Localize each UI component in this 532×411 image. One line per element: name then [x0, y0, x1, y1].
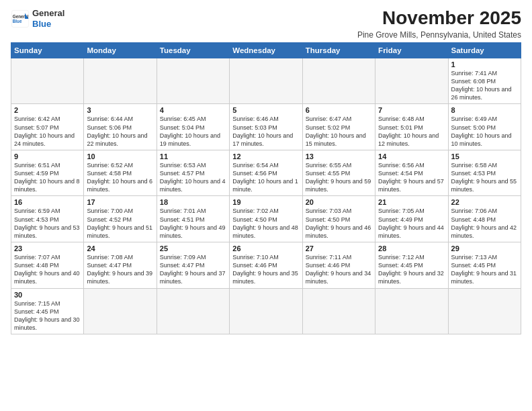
- calendar-cell: 28Sunrise: 7:12 AM Sunset: 4:45 PM Dayli…: [375, 242, 448, 289]
- calendar-cell: [302, 58, 375, 104]
- calendar-cell: 26Sunrise: 7:10 AM Sunset: 4:46 PM Dayli…: [230, 242, 302, 289]
- calendar-cell: 23Sunrise: 7:07 AM Sunset: 4:48 PM Dayli…: [11, 242, 84, 289]
- day-info: Sunrise: 6:54 AM Sunset: 4:56 PM Dayligh…: [232, 161, 299, 194]
- calendar-cell: 17Sunrise: 7:00 AM Sunset: 4:52 PM Dayli…: [84, 196, 157, 242]
- calendar-week-row: 1Sunrise: 7:41 AM Sunset: 6:08 PM Daylig…: [11, 58, 521, 104]
- day-info: Sunrise: 7:08 AM Sunset: 4:47 PM Dayligh…: [87, 253, 153, 286]
- svg-text:Blue: Blue: [13, 18, 22, 23]
- day-number: 22: [451, 198, 518, 206]
- calendar-cell: 12Sunrise: 6:54 AM Sunset: 4:56 PM Dayli…: [230, 150, 302, 196]
- header-wednesday: Wednesday: [230, 42, 302, 58]
- day-number: 27: [306, 244, 372, 253]
- header-friday: Friday: [375, 42, 448, 58]
- title-section: November 2025 Pine Grove Mills, Pennsylv…: [357, 8, 521, 40]
- day-number: 4: [160, 106, 226, 114]
- day-number: 3: [87, 106, 153, 114]
- calendar-cell: [84, 58, 157, 104]
- calendar-cell: 11Sunrise: 6:53 AM Sunset: 4:57 PM Dayli…: [157, 150, 229, 196]
- calendar-cell: 2Sunrise: 6:42 AM Sunset: 5:07 PM Daylig…: [11, 104, 84, 150]
- day-info: Sunrise: 6:42 AM Sunset: 5:07 PM Dayligh…: [14, 115, 81, 148]
- day-info: Sunrise: 6:46 AM Sunset: 5:03 PM Dayligh…: [232, 115, 299, 148]
- day-info: Sunrise: 7:02 AM Sunset: 4:50 PM Dayligh…: [232, 207, 299, 240]
- calendar-cell: 8Sunrise: 6:49 AM Sunset: 5:00 PM Daylig…: [448, 104, 521, 150]
- calendar-cell: 14Sunrise: 6:56 AM Sunset: 4:54 PM Dayli…: [375, 150, 448, 196]
- day-number: 5: [232, 106, 299, 114]
- calendar-cell: [11, 58, 84, 104]
- calendar-week-row: 16Sunrise: 6:59 AM Sunset: 4:53 PM Dayli…: [11, 196, 521, 242]
- day-info: Sunrise: 6:52 AM Sunset: 4:58 PM Dayligh…: [87, 161, 153, 194]
- day-info: Sunrise: 7:11 AM Sunset: 4:46 PM Dayligh…: [306, 253, 372, 286]
- day-info: Sunrise: 6:49 AM Sunset: 5:00 PM Dayligh…: [451, 115, 518, 148]
- header-tuesday: Tuesday: [157, 42, 229, 58]
- header-thursday: Thursday: [302, 42, 375, 58]
- day-info: Sunrise: 7:09 AM Sunset: 4:47 PM Dayligh…: [160, 253, 226, 286]
- day-info: Sunrise: 7:13 AM Sunset: 4:45 PM Dayligh…: [451, 253, 518, 286]
- day-number: 2: [14, 106, 81, 114]
- calendar-cell: 4Sunrise: 6:45 AM Sunset: 5:04 PM Daylig…: [157, 104, 229, 150]
- day-info: Sunrise: 7:05 AM Sunset: 4:49 PM Dayligh…: [378, 207, 445, 240]
- day-info: Sunrise: 7:01 AM Sunset: 4:51 PM Dayligh…: [160, 207, 226, 240]
- day-number: 18: [160, 198, 226, 206]
- day-number: 21: [378, 198, 445, 206]
- calendar-cell: 3Sunrise: 6:44 AM Sunset: 5:06 PM Daylig…: [84, 104, 157, 150]
- day-info: Sunrise: 6:55 AM Sunset: 4:55 PM Dayligh…: [306, 161, 372, 194]
- day-info: Sunrise: 6:51 AM Sunset: 4:59 PM Dayligh…: [14, 161, 81, 194]
- calendar-cell: 19Sunrise: 7:02 AM Sunset: 4:50 PM Dayli…: [230, 196, 302, 242]
- day-info: Sunrise: 7:10 AM Sunset: 4:46 PM Dayligh…: [232, 253, 299, 286]
- calendar-cell: 24Sunrise: 7:08 AM Sunset: 4:47 PM Dayli…: [84, 242, 157, 289]
- calendar-cell: 18Sunrise: 7:01 AM Sunset: 4:51 PM Dayli…: [157, 196, 229, 242]
- day-number: 17: [87, 198, 153, 206]
- calendar-cell: 6Sunrise: 6:47 AM Sunset: 5:02 PM Daylig…: [302, 104, 375, 150]
- calendar-cell: 15Sunrise: 6:58 AM Sunset: 4:53 PM Dayli…: [448, 150, 521, 196]
- calendar-cell: 1Sunrise: 7:41 AM Sunset: 6:08 PM Daylig…: [448, 58, 521, 104]
- calendar-cell: 27Sunrise: 7:11 AM Sunset: 4:46 PM Dayli…: [302, 242, 375, 289]
- day-info: Sunrise: 7:07 AM Sunset: 4:48 PM Dayligh…: [14, 253, 81, 286]
- day-info: Sunrise: 7:00 AM Sunset: 4:52 PM Dayligh…: [87, 207, 153, 240]
- day-info: Sunrise: 6:58 AM Sunset: 4:53 PM Dayligh…: [451, 161, 518, 194]
- header-monday: Monday: [84, 42, 157, 58]
- day-number: 16: [14, 198, 81, 206]
- header-sunday: Sunday: [11, 42, 84, 58]
- calendar-cell: [157, 58, 229, 104]
- day-info: Sunrise: 7:41 AM Sunset: 6:08 PM Dayligh…: [451, 69, 518, 102]
- calendar-cell: 7Sunrise: 6:48 AM Sunset: 5:01 PM Daylig…: [375, 104, 448, 150]
- day-number: 29: [451, 244, 518, 253]
- day-number: 19: [232, 198, 299, 206]
- calendar-cell: 29Sunrise: 7:13 AM Sunset: 4:45 PM Dayli…: [448, 242, 521, 289]
- calendar-cell: 30Sunrise: 7:15 AM Sunset: 4:45 PM Dayli…: [11, 288, 84, 334]
- calendar-cell: 16Sunrise: 6:59 AM Sunset: 4:53 PM Dayli…: [11, 196, 84, 242]
- day-info: Sunrise: 6:45 AM Sunset: 5:04 PM Dayligh…: [160, 115, 226, 148]
- day-info: Sunrise: 6:44 AM Sunset: 5:06 PM Dayligh…: [87, 115, 153, 148]
- calendar-cell: [375, 58, 448, 104]
- calendar-cell: [157, 288, 229, 334]
- day-info: Sunrise: 7:06 AM Sunset: 4:48 PM Dayligh…: [451, 207, 518, 240]
- header: General Blue GeneralBlue November 2025 P…: [11, 8, 521, 40]
- calendar-week-row: 30Sunrise: 7:15 AM Sunset: 4:45 PM Dayli…: [11, 288, 521, 334]
- day-number: 12: [232, 152, 299, 161]
- calendar-week-row: 2Sunrise: 6:42 AM Sunset: 5:07 PM Daylig…: [11, 104, 521, 150]
- day-number: 20: [306, 198, 372, 206]
- day-number: 11: [160, 152, 226, 161]
- calendar-table: Sunday Monday Tuesday Wednesday Thursday…: [11, 42, 521, 334]
- calendar-cell: 20Sunrise: 7:03 AM Sunset: 4:50 PM Dayli…: [302, 196, 375, 242]
- day-number: 23: [14, 244, 81, 253]
- day-info: Sunrise: 6:48 AM Sunset: 5:01 PM Dayligh…: [378, 115, 445, 148]
- day-number: 1: [451, 60, 518, 68]
- calendar-cell: 21Sunrise: 7:05 AM Sunset: 4:49 PM Dayli…: [375, 196, 448, 242]
- day-info: Sunrise: 6:47 AM Sunset: 5:02 PM Dayligh…: [306, 115, 372, 148]
- calendar-cell: 22Sunrise: 7:06 AM Sunset: 4:48 PM Dayli…: [448, 196, 521, 242]
- day-number: 26: [232, 244, 299, 253]
- day-number: 25: [160, 244, 226, 253]
- day-number: 10: [87, 152, 153, 161]
- day-info: Sunrise: 7:12 AM Sunset: 4:45 PM Dayligh…: [378, 253, 445, 286]
- day-number: 14: [378, 152, 445, 161]
- logo-text: GeneralBlue: [32, 8, 64, 29]
- day-info: Sunrise: 6:56 AM Sunset: 4:54 PM Dayligh…: [378, 161, 445, 194]
- calendar-cell: 13Sunrise: 6:55 AM Sunset: 4:55 PM Dayli…: [302, 150, 375, 196]
- calendar-cell: 9Sunrise: 6:51 AM Sunset: 4:59 PM Daylig…: [11, 150, 84, 196]
- day-info: Sunrise: 6:59 AM Sunset: 4:53 PM Dayligh…: [14, 207, 81, 240]
- day-number: 6: [306, 106, 372, 114]
- day-number: 9: [14, 152, 81, 161]
- day-number: 13: [306, 152, 372, 161]
- calendar-week-row: 23Sunrise: 7:07 AM Sunset: 4:48 PM Dayli…: [11, 242, 521, 289]
